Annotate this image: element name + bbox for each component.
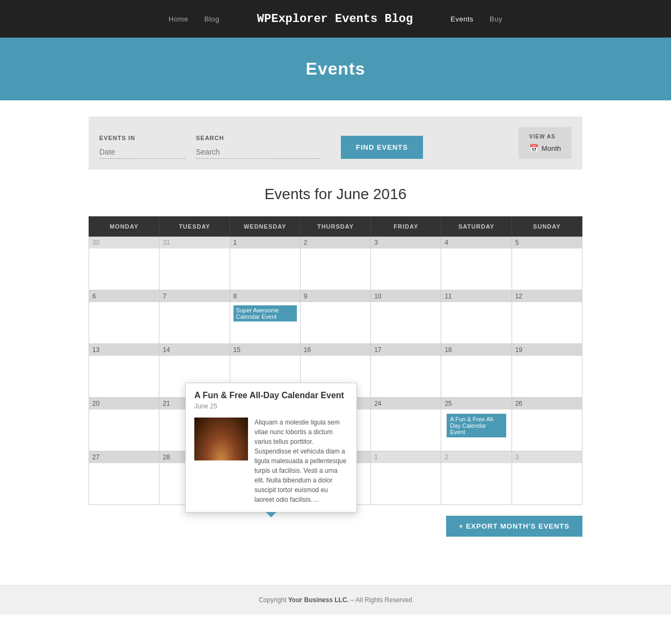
table-cell: 13 bbox=[89, 344, 159, 398]
day-number: 19 bbox=[512, 344, 582, 356]
popup-header: A Fun & Free All-Day Calendar Event June… bbox=[186, 383, 356, 418]
events-in-label: EVENTS IN bbox=[99, 135, 185, 141]
events-in-group: EVENTS IN bbox=[99, 135, 185, 159]
day-number: 18 bbox=[441, 344, 511, 356]
find-events-button[interactable]: FIND EVENTS bbox=[341, 136, 423, 159]
table-cell: 6 bbox=[89, 290, 159, 344]
day-number: 6 bbox=[89, 290, 159, 302]
nav-blog[interactable]: Blog bbox=[205, 15, 220, 23]
day-number: 14 bbox=[159, 344, 229, 356]
day-number: 26 bbox=[512, 398, 582, 409]
popup-arrow bbox=[266, 512, 276, 517]
day-number: 27 bbox=[89, 451, 159, 463]
view-as-box: VIEW AS 📅 Month bbox=[519, 127, 572, 159]
search-label: SEARCH bbox=[196, 135, 319, 141]
table-cell: 9 bbox=[300, 290, 370, 344]
table-cell: 10 bbox=[371, 290, 441, 344]
table-cell: 3 bbox=[512, 451, 582, 505]
table-cell: 2 bbox=[300, 237, 370, 290]
day-number: 3 bbox=[371, 237, 441, 248]
table-cell: 30 bbox=[89, 237, 159, 290]
export-row: + EXPORT MONTH'S EVENTS bbox=[89, 516, 582, 537]
day-number: 25 bbox=[441, 398, 511, 409]
footer-text: Copyright Your Business LLC. – All Right… bbox=[259, 596, 412, 604]
view-as-month[interactable]: 📅 Month bbox=[529, 144, 561, 152]
table-cell: 7 bbox=[159, 290, 230, 344]
view-as-label: VIEW AS bbox=[529, 134, 561, 140]
cell-events: Super Awesome Calendar Event bbox=[230, 302, 300, 325]
nav-home[interactable]: Home bbox=[169, 15, 188, 23]
table-cell: 5 bbox=[512, 237, 582, 290]
day-number: 9 bbox=[301, 290, 370, 302]
table-cell: 24 bbox=[371, 398, 441, 451]
calendar-wrapper: MONDAY TUESDAY WEDNESDAY THURSDAY FRIDAY… bbox=[89, 216, 582, 505]
day-number: 10 bbox=[371, 290, 441, 302]
table-cell: 27 bbox=[89, 451, 159, 505]
day-number: 30 bbox=[89, 237, 159, 248]
day-number: 16 bbox=[301, 344, 370, 356]
events-month-title: Events for June 2016 bbox=[89, 186, 582, 203]
day-number: 20 bbox=[89, 398, 159, 409]
day-number: 3 bbox=[512, 451, 582, 463]
day-number: 1 bbox=[230, 237, 300, 248]
cell-events: A Fun & Free All-Day Calendar Event bbox=[441, 409, 511, 442]
col-tuesday: TUESDAY bbox=[159, 217, 230, 237]
day-number: 13 bbox=[89, 344, 159, 356]
page-title: Events bbox=[0, 59, 671, 79]
day-number: 5 bbox=[512, 237, 582, 248]
event-item[interactable]: Super Awesome Calendar Event bbox=[234, 305, 297, 321]
col-sunday: SUNDAY bbox=[512, 217, 582, 237]
footer-company: Your Business LLC. bbox=[288, 596, 349, 604]
table-cell: 1 bbox=[371, 451, 441, 505]
col-saturday: SATURDAY bbox=[441, 217, 512, 237]
main-nav: Home Blog WPExplorer Events Blog Events … bbox=[0, 0, 671, 38]
events-in-input[interactable] bbox=[99, 145, 185, 159]
filter-bar: EVENTS IN SEARCH FIND EVENTS VIEW AS 📅 M… bbox=[89, 116, 582, 170]
table-cell: 17 bbox=[371, 344, 441, 398]
export-button[interactable]: + EXPORT MONTH'S EVENTS bbox=[446, 516, 582, 537]
col-monday: MONDAY bbox=[89, 217, 159, 237]
table-cell: 18 bbox=[441, 344, 512, 398]
table-cell: 11 bbox=[441, 290, 512, 344]
table-cell: 31 bbox=[159, 237, 230, 290]
col-wednesday: WEDNESDAY bbox=[230, 217, 300, 237]
popup-title: A Fun & Free All-Day Calendar Event bbox=[194, 391, 348, 400]
table-cell: 20 bbox=[89, 398, 159, 451]
day-number: 2 bbox=[441, 451, 511, 463]
nav-brand[interactable]: WPExplorer Events Blog bbox=[257, 12, 413, 26]
calendar-row: 6 7 8 Super Awesome Calendar Event 9 10 … bbox=[89, 290, 582, 344]
day-number: 17 bbox=[371, 344, 441, 356]
table-cell: 4 bbox=[441, 237, 512, 290]
hero-section: Events bbox=[0, 38, 671, 100]
search-input[interactable] bbox=[196, 145, 319, 159]
footer: Copyright Your Business LLC. – All Right… bbox=[0, 585, 671, 614]
popup-body: Aliquam a molestie ligula sem vitae nunc… bbox=[186, 418, 356, 512]
calendar-header: MONDAY TUESDAY WEDNESDAY THURSDAY FRIDAY… bbox=[89, 217, 582, 237]
nav-links: Home Blog WPExplorer Events Blog Events … bbox=[169, 12, 502, 26]
table-cell: 19 bbox=[512, 344, 582, 398]
calendar-row: 30 31 1 2 3 4 5 bbox=[89, 237, 582, 290]
day-number: 7 bbox=[159, 290, 229, 302]
day-number: 31 bbox=[159, 237, 229, 248]
search-group: SEARCH bbox=[196, 135, 319, 159]
calendar-icon: 📅 bbox=[529, 144, 538, 152]
day-number: 15 bbox=[230, 344, 300, 356]
day-number: 8 bbox=[230, 290, 300, 302]
day-number: 12 bbox=[512, 290, 582, 302]
calendar-header-row: MONDAY TUESDAY WEDNESDAY THURSDAY FRIDAY… bbox=[89, 217, 582, 237]
nav-buy[interactable]: Buy bbox=[490, 15, 502, 23]
view-as-month-label: Month bbox=[542, 144, 561, 152]
main-content: EVENTS IN SEARCH FIND EVENTS VIEW AS 📅 M… bbox=[78, 100, 593, 553]
event-popup: A Fun & Free All-Day Calendar Event June… bbox=[185, 383, 357, 513]
table-cell: 12 bbox=[512, 290, 582, 344]
popup-date: June 25 bbox=[194, 402, 348, 410]
popup-image-crowd bbox=[194, 418, 248, 460]
day-number: 4 bbox=[441, 237, 511, 248]
event-item-sat[interactable]: A Fun & Free All-Day Calendar Event bbox=[447, 414, 506, 437]
col-friday: FRIDAY bbox=[371, 217, 441, 237]
footer-suffix: – All Rights Reserved bbox=[351, 596, 412, 604]
day-number: 11 bbox=[441, 290, 511, 302]
table-cell: 8 Super Awesome Calendar Event bbox=[230, 290, 300, 344]
nav-events[interactable]: Events bbox=[450, 15, 473, 23]
day-number: 2 bbox=[301, 237, 370, 248]
